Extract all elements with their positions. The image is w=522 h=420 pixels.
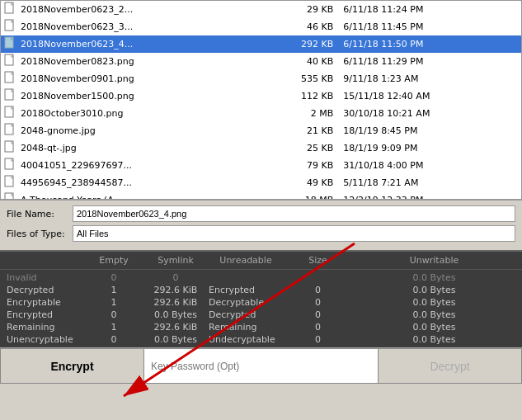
stat-size: 0 <box>283 309 353 320</box>
stat-symlink: 0.0 Bytes <box>143 334 209 345</box>
file-size: 292 KB <box>252 35 340 53</box>
stat-unwritable: 0.0 Bytes <box>353 297 515 308</box>
table-row[interactable]: 2018November0623_4...292 KB6/11/18 11:50… <box>1 35 521 53</box>
file-icon <box>4 36 16 50</box>
header-empty: Empty <box>85 255 143 266</box>
stat-right-label: Encrypted <box>209 285 283 295</box>
encrypt-button[interactable]: Encrypt <box>0 348 144 384</box>
file-size: 18 MB <box>252 191 340 200</box>
stat-unwritable: 0.0 Bytes <box>353 309 515 320</box>
file-name: 2018November0623_4... <box>17 35 252 53</box>
table-row[interactable]: 2018November1500.png112 KB15/11/18 12:40… <box>1 87 521 105</box>
header-size: Size <box>283 255 353 266</box>
file-name: 2018November0623_3... <box>17 18 252 35</box>
table-row[interactable]: 44956945_238944587...49 KB5/11/18 7:21 A… <box>1 174 521 191</box>
stat-right-label <box>209 272 283 283</box>
file-name: 2018November0901.png <box>17 70 252 87</box>
file-meta-panel: File Name: Files of Type: <box>0 200 522 250</box>
stat-symlink: 292.6 KiB <box>143 285 209 295</box>
file-date: 12/2/19 12:33 PM <box>340 191 521 200</box>
file-date: 9/11/18 1:23 AM <box>340 70 521 87</box>
stat-symlink: 292.6 KiB <box>143 297 209 308</box>
table-row[interactable]: 2048-qt-.jpg25 KB18/1/19 9:09 PM <box>1 139 521 157</box>
encrypt-stat-row: Decrypted 1 292.6 KiB Encrypted 0 0.0 By… <box>0 284 522 296</box>
file-size: 25 KB <box>252 139 340 157</box>
encrypt-stat-row: Remaining 1 292.6 KiB Remaining 0 0.0 By… <box>0 321 522 333</box>
file-date: 18/1/19 8:45 PM <box>340 122 521 139</box>
stats-rows: Invalid 0 0 0.0 Bytes Decrypted 1 292.6 … <box>0 270 522 347</box>
file-icon <box>4 123 16 136</box>
file-list-panel: 2018November0623_2...29 KB6/11/18 11:24 … <box>0 0 522 200</box>
stat-size <box>283 272 353 283</box>
stat-right-label: Decryptable <box>209 297 283 308</box>
file-date: 6/11/18 11:50 PM <box>340 35 521 53</box>
file-name: 44956945_238944587... <box>17 174 252 191</box>
stat-size: 0 <box>283 334 353 345</box>
stat-empty: 0 <box>85 272 143 283</box>
file-icon <box>4 2 16 15</box>
stat-symlink: 292.6 KiB <box>143 322 209 333</box>
table-row[interactable]: 2018November0823.png40 KB6/11/18 11:29 P… <box>1 53 521 70</box>
table-row[interactable]: 2018October3010.png2 MB30/10/18 10:21 AM <box>1 105 521 122</box>
stat-empty: 1 <box>85 297 143 308</box>
stat-empty: 1 <box>85 285 143 295</box>
header-unreadable: Unreadable <box>209 255 283 266</box>
stat-empty: 0 <box>85 309 143 320</box>
stat-label: Encrypted <box>7 309 85 320</box>
file-date: 30/10/18 10:21 AM <box>340 105 521 122</box>
stat-symlink: 0.0 Bytes <box>143 309 209 320</box>
file-date: 5/11/18 7:21 AM <box>340 174 521 191</box>
file-icon <box>4 19 16 32</box>
file-icon <box>4 158 16 171</box>
stat-size: 0 <box>283 285 353 295</box>
file-size: 21 KB <box>252 122 340 139</box>
encrypt-stat-row: Unencryptable 0 0.0 Bytes Undecryptable … <box>0 333 522 346</box>
table-row[interactable]: A Thousand Years (A...18 MB12/2/19 12:33… <box>1 191 521 200</box>
stat-unwritable: 0.0 Bytes <box>353 334 515 345</box>
stat-label: Remaining <box>7 322 85 333</box>
stat-size: 0 <box>283 322 353 333</box>
table-row[interactable]: 2048-gnome.jpg21 KB18/1/19 8:45 PM <box>1 122 521 139</box>
file-size: 40 KB <box>252 53 340 70</box>
decrypt-button[interactable]: Decrypt <box>378 348 522 384</box>
file-date: 18/1/19 9:09 PM <box>340 139 521 157</box>
file-date: 31/10/18 4:00 PM <box>340 157 521 174</box>
stats-header: Empty Symlink Unreadable Size Unwritable <box>0 252 522 270</box>
file-date: 6/11/18 11:29 PM <box>340 53 521 70</box>
file-icon <box>4 106 16 119</box>
stat-empty: 1 <box>85 322 143 333</box>
file-name: 2018November0623_2... <box>17 1 252 18</box>
file-icon <box>4 54 16 67</box>
filename-input[interactable] <box>73 205 515 222</box>
file-name: 2018November1500.png <box>17 87 252 105</box>
table-row[interactable]: 2018November0623_2...29 KB6/11/18 11:24 … <box>1 1 521 18</box>
table-row[interactable]: 40041051_229697697...79 KB31/10/18 4:00 … <box>1 157 521 174</box>
file-name: 40041051_229697697... <box>17 157 252 174</box>
stat-unwritable: 0.0 Bytes <box>353 285 515 295</box>
stat-right-label: Remaining <box>209 322 283 333</box>
stat-label: Unencryptable <box>7 334 85 345</box>
key-password-input[interactable] <box>144 348 378 384</box>
table-row[interactable]: 2018November0901.png535 KB9/11/18 1:23 A… <box>1 70 521 87</box>
stat-unwritable: 0.0 Bytes <box>353 322 515 333</box>
stat-symlink: 0 <box>143 272 209 283</box>
stat-size: 0 <box>283 297 353 308</box>
table-row[interactable]: 2018November0623_3...46 KB6/11/18 11:45 … <box>1 18 521 35</box>
file-icon <box>4 88 16 101</box>
file-name: 2018November0823.png <box>17 53 252 70</box>
file-name: A Thousand Years (A... <box>17 191 252 200</box>
file-date: 6/11/18 11:45 PM <box>340 18 521 35</box>
stat-unwritable: 0.0 Bytes <box>353 272 515 283</box>
file-size: 2 MB <box>252 105 340 122</box>
encrypt-stat-row: Encryptable 1 292.6 KiB Decryptable 0 0.… <box>0 296 522 309</box>
file-size: 535 KB <box>252 70 340 87</box>
file-size: 112 KB <box>252 87 340 105</box>
filetype-input[interactable] <box>73 225 515 242</box>
file-size: 46 KB <box>252 18 340 35</box>
file-icon <box>4 71 16 84</box>
file-name: 2018October3010.png <box>17 105 252 122</box>
stat-label: Encryptable <box>7 297 85 308</box>
stat-label: Decrypted <box>7 285 85 295</box>
file-date: 15/11/18 12:40 AM <box>340 87 521 105</box>
action-bar: Encrypt Decrypt <box>0 347 522 384</box>
